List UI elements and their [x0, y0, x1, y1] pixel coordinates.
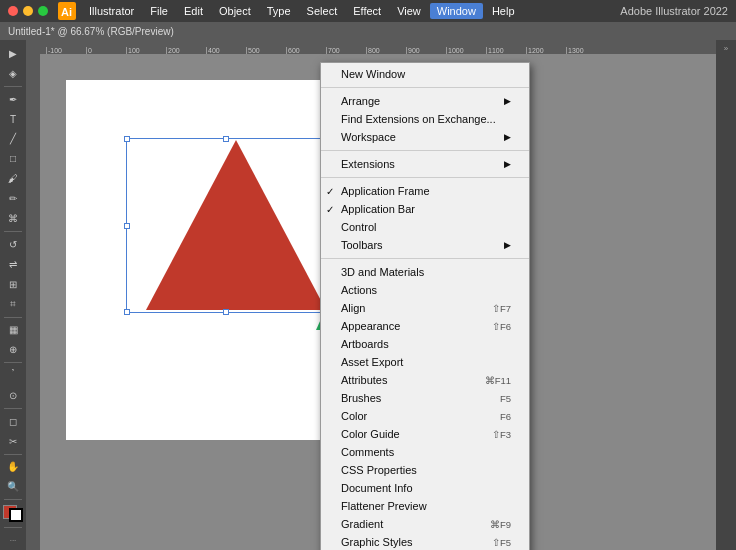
- menu-item-new-window[interactable]: New Window: [321, 65, 529, 83]
- shortcut-label: ⇧F5: [492, 537, 511, 548]
- minimize-button[interactable]: [23, 6, 33, 16]
- toolbar-separator-7: [4, 499, 22, 500]
- tool-paintbrush[interactable]: 🖌: [2, 169, 24, 188]
- ruler-top-marks: -100 0 100 200 400 500 600 700 800 900 1…: [46, 40, 606, 54]
- tool-hand[interactable]: ✋: [2, 457, 24, 476]
- panel-toggle[interactable]: »: [718, 44, 734, 53]
- menu-item-type[interactable]: Type: [260, 3, 298, 19]
- menu-item-file[interactable]: File: [143, 3, 175, 19]
- tool-pencil[interactable]: ✏: [2, 189, 24, 208]
- arrow-icon: ▶: [504, 159, 511, 169]
- check-icon: ✓: [326, 204, 334, 215]
- menu-item-control[interactable]: Control: [321, 218, 529, 236]
- tool-pen[interactable]: ✒: [2, 90, 24, 109]
- menu-item-appearance[interactable]: Appearance ⇧F6: [321, 317, 529, 335]
- menu-item-arrange[interactable]: Arrange ▶: [321, 92, 529, 110]
- tool-select[interactable]: ▶: [2, 44, 24, 63]
- close-button[interactable]: [8, 6, 18, 16]
- menu-item-asset-export[interactable]: Asset Export: [321, 353, 529, 371]
- menu-section-2: Arrange ▶ Find Extensions on Exchange...…: [321, 90, 529, 148]
- app-title: Adobe Illustrator 2022: [620, 5, 728, 17]
- menu-item-attributes[interactable]: Attributes ⌘F11: [321, 371, 529, 389]
- app-icon: Ai: [58, 2, 76, 20]
- menu-item-window[interactable]: Window: [430, 3, 483, 19]
- menu-item-app-frame[interactable]: ✓ Application Frame: [321, 182, 529, 200]
- divider-1: [321, 87, 529, 88]
- toolbar-separator-4: [4, 362, 22, 363]
- menu-label: Actions: [341, 284, 511, 296]
- ruler-mark: 500: [246, 47, 286, 54]
- shortcut-label: F6: [500, 411, 511, 422]
- tool-artboard[interactable]: ◻: [2, 412, 24, 431]
- ruler-mark: 1000: [446, 47, 486, 54]
- tool-reflect[interactable]: ⇌: [2, 255, 24, 274]
- window-dropdown-menu: New Window Arrange ▶ Find Extensions on …: [320, 62, 530, 550]
- tool-line[interactable]: ╱: [2, 129, 24, 148]
- tool-eyedropper[interactable]: 𝄒: [2, 366, 24, 385]
- menu-item-illustrator[interactable]: Illustrator: [82, 3, 141, 19]
- selection-handle-tl[interactable]: [124, 136, 130, 142]
- menu-item-help[interactable]: Help: [485, 3, 522, 19]
- menu-label: Toolbars: [341, 239, 504, 251]
- selection-handle-ml[interactable]: [124, 223, 130, 229]
- menu-item-brushes[interactable]: Brushes F5: [321, 389, 529, 407]
- shortcut-label: ⇧F7: [492, 303, 511, 314]
- menu-item-doc-info[interactable]: Document Info: [321, 479, 529, 497]
- menu-item-color-guide[interactable]: Color Guide ⇧F3: [321, 425, 529, 443]
- menu-item-app-bar[interactable]: ✓ Application Bar: [321, 200, 529, 218]
- menu-item-effect[interactable]: Effect: [346, 3, 388, 19]
- stroke-color[interactable]: [9, 508, 23, 522]
- menu-item-color[interactable]: Color F6: [321, 407, 529, 425]
- color-boxes[interactable]: [3, 505, 23, 522]
- tool-rect[interactable]: □: [2, 149, 24, 168]
- shortcut-label: ⇧F3: [492, 429, 511, 440]
- menu-item-actions[interactable]: Actions: [321, 281, 529, 299]
- tool-graph[interactable]: ▦: [2, 320, 24, 339]
- ruler-mark: 1200: [526, 47, 566, 54]
- tool-direct-select[interactable]: ◈: [2, 64, 24, 83]
- menu-item-align[interactable]: Align ⇧F7: [321, 299, 529, 317]
- menu-item-toolbars[interactable]: Toolbars ▶: [321, 236, 529, 254]
- menu-item-workspace[interactable]: Workspace ▶: [321, 128, 529, 146]
- tool-warp[interactable]: ⌗: [2, 295, 24, 314]
- divider-4: [321, 258, 529, 259]
- tool-zoom[interactable]: 🔍: [2, 477, 24, 496]
- tool-shaper[interactable]: ⌘: [2, 209, 24, 228]
- tool-symbol[interactable]: ⊕: [2, 340, 24, 359]
- tool-type[interactable]: T: [2, 110, 24, 129]
- menu-item-select[interactable]: Select: [300, 3, 345, 19]
- menu-item-view[interactable]: View: [390, 3, 428, 19]
- title-bar: Untitled-1* @ 66.67% (RGB/Preview): [0, 22, 736, 40]
- menu-item-flattener[interactable]: Flattener Preview: [321, 497, 529, 515]
- menu-label: Graphic Styles: [341, 536, 492, 548]
- maximize-button[interactable]: [38, 6, 48, 16]
- menu-item-artboards[interactable]: Artboards: [321, 335, 529, 353]
- menu-label: Brushes: [341, 392, 500, 404]
- menu-item-find-extensions[interactable]: Find Extensions on Exchange...: [321, 110, 529, 128]
- svg-text:Ai: Ai: [61, 6, 72, 18]
- triangle-red[interactable]: [146, 140, 326, 310]
- ruler-mark: 800: [366, 47, 406, 54]
- tool-rotate[interactable]: ↺: [2, 235, 24, 254]
- menu-item-object[interactable]: Object: [212, 3, 258, 19]
- menu-item-graphic-styles[interactable]: Graphic Styles ⇧F5: [321, 533, 529, 550]
- menu-item-extensions[interactable]: Extensions ▶: [321, 155, 529, 173]
- tool-slice[interactable]: ✂: [2, 432, 24, 451]
- menu-label: Extensions: [341, 158, 504, 170]
- menu-item-comments[interactable]: Comments: [321, 443, 529, 461]
- menu-item-gradient[interactable]: Gradient ⌘F9: [321, 515, 529, 533]
- tool-more[interactable]: ···: [2, 531, 24, 550]
- menu-label: Align: [341, 302, 492, 314]
- left-toolbar: ▶ ◈ ✒ T ╱ □ 🖌 ✏ ⌘ ↺ ⇌ ⊞ ⌗ ▦ ⊕ 𝄒 ⊙ ◻ ✂ ✋ …: [0, 40, 26, 550]
- menu-item-3d[interactable]: 3D and Materials: [321, 263, 529, 281]
- selection-handle-bl[interactable]: [124, 309, 130, 315]
- ruler-mark: 1100: [486, 47, 526, 54]
- menu-item-edit[interactable]: Edit: [177, 3, 210, 19]
- right-panel: »: [716, 40, 736, 550]
- arrow-icon: ▶: [504, 96, 511, 106]
- menu-label: Control: [341, 221, 511, 233]
- menu-item-css[interactable]: CSS Properties: [321, 461, 529, 479]
- tool-blend[interactable]: ⊙: [2, 386, 24, 405]
- toolbar-separator-1: [4, 86, 22, 87]
- tool-scale[interactable]: ⊞: [2, 275, 24, 294]
